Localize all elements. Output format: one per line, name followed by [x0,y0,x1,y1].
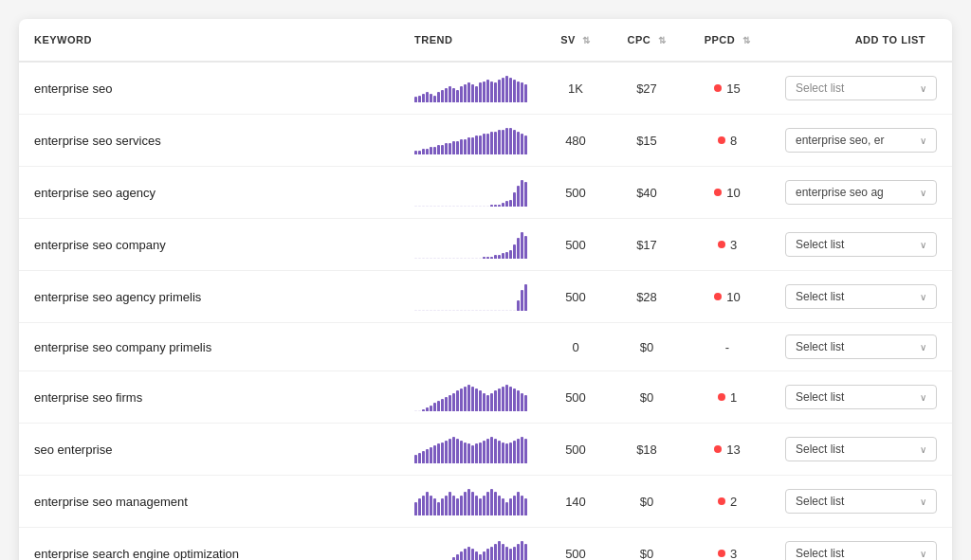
trend-bar [502,443,504,463]
trend-bar [414,206,417,207]
ppcd-cell: 3 [685,528,770,561]
select-list-dropdown[interactable]: Select list∨ [785,541,937,560]
trend-bar [475,86,478,102]
ppcd-badge: 10 [714,290,740,304]
trend-bar [460,441,463,463]
cpc-cell: $40 [609,167,685,219]
select-list-text: Select list [796,290,914,303]
sv-cell: 500 [542,219,609,271]
trend-bar [494,255,497,259]
trend-bar [426,149,429,154]
ppcd-cell: 8 [685,115,770,167]
trend-bar [524,395,527,411]
trend-bar [467,489,470,515]
trend-bar [513,130,516,154]
cpc-cell: $28 [609,271,685,323]
trend-bar [414,151,417,154]
select-list-text: Select list [796,495,914,508]
chevron-down-icon: ∨ [920,342,926,352]
select-list-dropdown[interactable]: Select list∨ [785,334,937,359]
col-cpc: CPC ⇅ [609,19,685,62]
keyword-cell: seo enterprise [19,424,399,476]
trend-bar [502,498,504,515]
trend-bar [479,135,482,154]
trend-bar [509,498,512,515]
col-trend: TREND [399,19,542,62]
select-list-dropdown[interactable]: Select list∨ [785,284,937,309]
trend-bar [502,78,504,102]
trend-bar [505,128,508,154]
trend-bar [505,443,508,463]
table-row: enterprise seo agency500$4010enterprise … [19,167,952,219]
ppcd-dot [718,241,725,248]
trend-bar [471,258,474,259]
trend-bar [475,388,478,411]
trend-bar [452,141,455,154]
trend-bar [509,78,512,102]
trend-bar [490,81,493,102]
select-list-text: enterprise seo, er [796,134,914,147]
trend-bar [422,206,425,207]
ppcd-cell: 2 [685,476,770,528]
select-list-dropdown[interactable]: Select list∨ [785,385,937,409]
ppcd-cell: 13 [685,424,770,476]
list-cell: Select list∨ [770,424,952,476]
trend-bar [475,551,478,560]
ppcd-badge: 13 [714,443,740,457]
trend-bar [445,88,448,102]
trend-bar [426,449,429,463]
select-list-dropdown[interactable]: enterprise seo, er∨ [785,128,937,153]
trend-bar [467,258,470,259]
trend-bar [467,82,470,102]
trend-bar [456,141,459,154]
chevron-down-icon: ∨ [920,292,926,302]
trend-bar [433,445,436,463]
trend-bar [471,206,474,207]
select-list-dropdown[interactable]: Select list∨ [785,437,937,461]
keyword-cell: enterprise seo management [19,476,399,528]
trend-bar [509,443,512,463]
trend-bar [464,84,467,102]
select-list-dropdown[interactable]: Select list∨ [785,76,937,100]
ppcd-dot [718,497,725,505]
trend-bar [502,387,504,411]
cpc-sort-icon: ⇅ [658,35,667,45]
keyword-cell: enterprise seo services [19,115,399,167]
trend-bar [433,147,436,154]
ppcd-cell: 1 [685,371,770,424]
trend-bar [441,206,444,207]
select-list-dropdown[interactable]: enterprise seo ag∨ [785,180,937,205]
ppcd-cell: - [685,323,770,371]
table-row: enterprise seo services480$158enterprise… [19,115,952,167]
col-ppcd: PPCD ⇅ [685,19,770,62]
trend-bar [486,257,489,259]
trend-bar [479,258,482,259]
trend-bar [483,393,486,411]
trend-cell [399,167,542,219]
trend-bar [486,492,489,515]
select-list-dropdown[interactable]: Select list∨ [785,489,937,514]
trend-bar [449,310,451,311]
trend-bar [437,258,440,259]
chevron-down-icon: ∨ [920,392,926,403]
trend-bar [505,310,508,311]
ppcd-dot [718,136,725,144]
sv-cell: 0 [542,323,609,371]
trend-bar [467,385,470,411]
sv-cell: 140 [542,476,609,528]
trend-bar [483,310,486,311]
cpc-cell: $27 [609,62,685,115]
trend-bar [456,310,459,311]
trend-bar [471,137,474,154]
chevron-down-icon: ∨ [920,497,926,507]
trend-bar [467,206,470,207]
trend-bar [441,498,444,515]
select-list-text: Select list [796,340,914,353]
ppcd-badge: 3 [718,547,737,560]
trend-bar [505,502,508,515]
trend-bar [456,554,459,560]
table-row: enterprise seo firms500$01Select list∨ [19,371,952,424]
trend-bar [471,310,474,311]
cpc-cell: $0 [609,528,685,561]
select-list-dropdown[interactable]: Select list∨ [785,232,937,257]
